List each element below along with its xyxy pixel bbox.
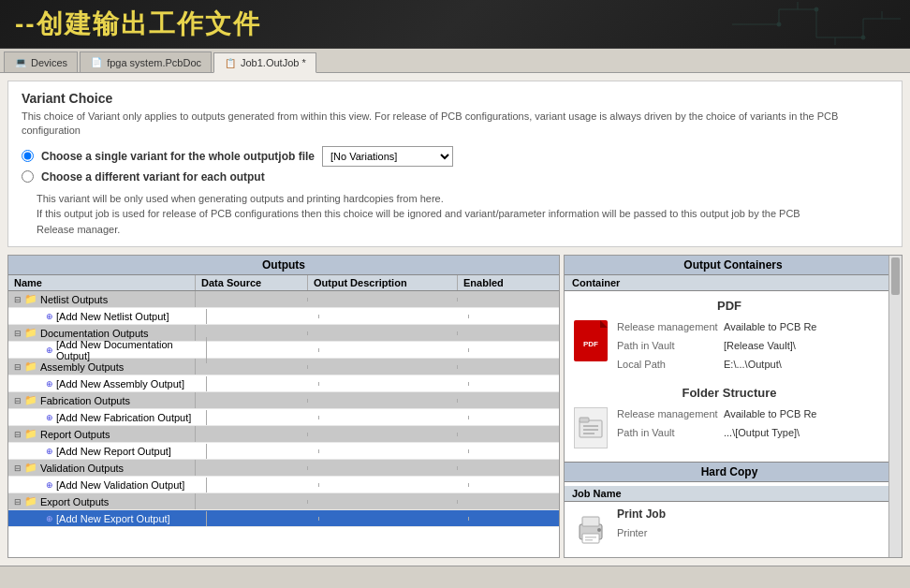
status-bar <box>0 566 910 588</box>
folder-icon: 📁 <box>24 293 37 305</box>
outputs-panel-header: Outputs <box>8 256 559 275</box>
group-assembly[interactable]: ⊟ 📁 Assembly Outputs <box>8 359 559 375</box>
variant-dropdown[interactable]: [No Variations] <box>322 146 453 167</box>
variant-note-line3: Release manager. <box>37 222 888 238</box>
add-netlist-output[interactable]: ⊕ [Add New Netlist Output] <box>8 308 559 325</box>
folder-vault-row: Path in Vault ...\[Output Type]\ <box>617 424 887 441</box>
printer-icon <box>574 513 608 547</box>
containers-col-header: Container <box>565 275 902 291</box>
variant-note-line2: If this output job is used for release o… <box>37 206 888 222</box>
group-fabrication[interactable]: ⊟ 📁 Fabrication Outputs <box>8 392 559 409</box>
group-netlist[interactable]: ⊟ 📁 Netlist Outputs <box>8 291 559 308</box>
group-export[interactable]: ⊟ 📁 Export Outputs <box>8 493 559 510</box>
hard-copy-divider: Hard Copy <box>565 462 894 482</box>
variant-option1-label: Choose a single variant for the whole ou… <box>41 150 315 163</box>
outjob-icon: 📋 <box>224 56 237 69</box>
col-source-header: Data Source <box>196 275 308 290</box>
container-pdf-section: PDF PDF Release management Available to … <box>572 299 887 375</box>
add-assembly-output[interactable]: ⊕ [Add New Assembly Output] <box>8 375 559 392</box>
svg-point-8 <box>815 7 818 11</box>
add-icon: ⊕ <box>46 447 53 456</box>
variant-option1-radio[interactable] <box>22 150 34 162</box>
add-validation-label: ⊕ [Add New Validation Output] <box>20 478 207 492</box>
hard-copy-title: Hard Copy <box>701 465 758 478</box>
svg-rect-22 <box>585 539 593 541</box>
folder-icon: 📁 <box>24 495 37 507</box>
add-icon: ⊕ <box>46 345 53 355</box>
svg-point-7 <box>777 22 781 26</box>
pdf-icon-box[interactable]: PDF <box>572 318 609 363</box>
pdf-icon: PDF <box>574 320 608 361</box>
printer-icon-box[interactable] <box>572 507 609 552</box>
tab-pcbdoc-label: fpga system.PcbDoc <box>107 57 201 68</box>
add-icon: ⊕ <box>46 379 53 389</box>
top-banner: --创建输出工作文件 <box>0 0 910 49</box>
add-icon: ⊕ <box>46 480 53 490</box>
collapse-icon: ⊟ <box>14 463 22 473</box>
group-report[interactable]: ⊟ 📁 Report Outputs <box>8 426 559 443</box>
add-report-label: ⊕ [Add New Report Output] <box>20 444 207 459</box>
variant-option2-radio[interactable] <box>22 170 34 183</box>
print-job-props: Print Job Printer <box>617 507 887 552</box>
group-export-name: ⊟ 📁 Export Outputs <box>8 493 196 509</box>
pdf-vault-row: Path in Vault [Release Vault]\ <box>617 337 887 354</box>
folder-struct-icon <box>574 407 608 448</box>
print-job-section: Print Job Printer <box>572 507 887 552</box>
collapse-icon: ⊟ <box>14 295 22 304</box>
tab-devices-label: Devices <box>31 57 67 68</box>
hard-copy-col-header: Job Name <box>565 486 894 502</box>
print-job-title: Print Job <box>617 507 887 521</box>
group-netlist-name: ⊟ 📁 Netlist Outputs <box>8 291 196 307</box>
svg-rect-21 <box>585 537 596 538</box>
containers-list: PDF PDF Release management Available to … <box>565 291 902 557</box>
banner-title: --创建输出工作文件 <box>15 7 261 42</box>
pcbdoc-icon: 📄 <box>90 56 103 69</box>
group-validation[interactable]: ⊟ 📁 Validation Outputs <box>8 460 559 477</box>
collapse-icon: ⊟ <box>14 430 22 439</box>
variant-choice-section: Variant Choice This choice of Variant on… <box>7 81 903 247</box>
hard-copy-col-label: Job Name <box>572 488 622 499</box>
tab-outjob[interactable]: 📋 Job1.OutJob * <box>213 52 316 73</box>
circuit-decoration <box>723 0 910 49</box>
variant-option1-row: Choose a single variant for the whole ou… <box>22 146 888 167</box>
svg-rect-19 <box>582 517 599 526</box>
add-validation-output[interactable]: ⊕ [Add New Validation Output] <box>8 477 559 493</box>
folder-icon: 📁 <box>24 462 37 474</box>
scrollbar-track[interactable] <box>888 256 902 557</box>
add-icon: ⊕ <box>46 413 53 422</box>
svg-rect-13 <box>580 420 602 437</box>
main-content: Variant Choice This choice of Variant on… <box>0 73 910 566</box>
collapse-icon: ⊟ <box>14 396 22 405</box>
pdf-release-row: Release management Available to PCB Re <box>617 318 887 335</box>
svg-point-23 <box>597 528 601 532</box>
split-panels: Outputs Name Data Source Output Descript… <box>7 255 903 558</box>
devices-icon: 💻 <box>14 56 27 69</box>
tab-pcbdoc[interactable]: 📄 fpga system.PcbDoc <box>80 51 212 72</box>
add-fabrication-output[interactable]: ⊕ [Add New Fabrication Output] <box>8 409 559 426</box>
container-folder-section: Folder Structure <box>572 386 887 450</box>
variant-option2-row: Choose a different variant for each outp… <box>22 170 888 184</box>
svg-rect-20 <box>582 534 599 543</box>
add-export-output[interactable]: ⊕ [Add New Export Output] <box>8 510 559 527</box>
group-assembly-name: ⊟ 📁 Assembly Outputs <box>8 359 196 375</box>
add-fabrication-label: ⊕ [Add New Fabrication Output] <box>20 410 207 425</box>
outputs-panel: Outputs Name Data Source Output Descript… <box>7 255 560 558</box>
tab-devices[interactable]: 💻 Devices <box>4 51 78 72</box>
add-icon: ⊕ <box>46 514 53 523</box>
outputs-list: ⊟ 📁 Netlist Outputs ⊕ [Add New Netlist O… <box>8 291 559 557</box>
folder-struct-svg <box>578 415 604 441</box>
container-pdf-item: PDF Release management Available to PCB … <box>572 318 887 375</box>
add-report-output[interactable]: ⊕ [Add New Report Output] <box>8 443 559 460</box>
col-enabled-header: Enabled <box>458 275 559 290</box>
add-export-label: ⊕ [Add New Export Output] <box>20 511 207 526</box>
col-desc-header: Output Description <box>308 275 458 290</box>
add-documentation-output[interactable]: ⊕ [Add New Documentation Output] <box>8 342 559 359</box>
folder-release-row: Release management Available to PCB Re <box>617 405 887 422</box>
printer-row: Printer <box>617 524 887 541</box>
scrollbar-thumb[interactable] <box>891 257 900 295</box>
folder-props: Release management Available to PCB Re P… <box>617 405 887 450</box>
group-report-name: ⊟ 📁 Report Outputs <box>8 426 196 442</box>
collapse-icon: ⊟ <box>14 497 22 507</box>
folder-struct-icon-box[interactable] <box>572 405 609 450</box>
pdf-props: Release management Available to PCB Re P… <box>617 318 887 375</box>
